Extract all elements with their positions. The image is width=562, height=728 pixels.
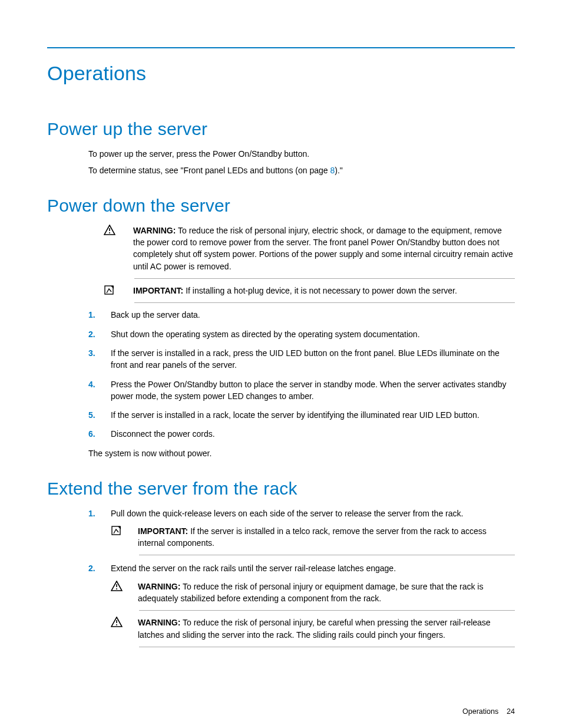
heading-power-up: Power up the server bbox=[47, 116, 515, 142]
svg-point-5 bbox=[116, 588, 117, 589]
svg-point-7 bbox=[116, 624, 117, 625]
important-label: IMPORTANT: bbox=[133, 286, 183, 295]
svg-point-1 bbox=[109, 232, 110, 233]
list-item: Press the Power On/Standby button to pla… bbox=[88, 378, 515, 403]
important-text: If installing a hot-plug device, it is n… bbox=[186, 286, 457, 295]
list-item: If the server is installed in a rack, pr… bbox=[88, 347, 515, 371]
power-down-steps: Back up the server data. Shut down the o… bbox=[47, 309, 515, 440]
step-text: Extend the server on the rack rails unti… bbox=[111, 564, 396, 573]
power-up-p2: To determine status, see "Front panel LE… bbox=[88, 164, 515, 176]
power-up-p2a: To determine status, see "Front panel LE… bbox=[88, 166, 330, 175]
warning-icon bbox=[104, 225, 117, 235]
power-up-p1: To power up the server, press the Power … bbox=[88, 148, 515, 160]
list-item: Pull down the quick-release levers on ea… bbox=[88, 508, 515, 556]
warning-label: WARNING: bbox=[133, 226, 176, 235]
extend-steps: Pull down the quick-release levers on ea… bbox=[47, 508, 515, 647]
heading-power-down: Power down the server bbox=[47, 193, 515, 219]
important-admonition: IMPORTANT: If installing a hot-plug devi… bbox=[47, 285, 515, 297]
warning-icon bbox=[111, 617, 124, 627]
footer-page: 24 bbox=[507, 707, 515, 716]
warning-icon bbox=[111, 581, 124, 591]
step-text: Shut down the operating system as direct… bbox=[111, 330, 420, 339]
page-title: Operations bbox=[47, 59, 515, 88]
svg-rect-2 bbox=[105, 286, 113, 294]
svg-rect-3 bbox=[112, 526, 120, 535]
warning-text: To reduce the risk of personal injury or… bbox=[138, 582, 483, 603]
admonition-divider bbox=[139, 555, 515, 555]
admonition-divider bbox=[139, 647, 515, 647]
list-item: Back up the server data. bbox=[88, 309, 515, 321]
note-icon bbox=[111, 525, 124, 536]
warning-label: WARNING: bbox=[138, 618, 180, 627]
list-item: Shut down the operating system as direct… bbox=[88, 328, 515, 340]
page-footer: Operations 24 bbox=[47, 706, 515, 717]
warning-label: WARNING: bbox=[138, 582, 180, 591]
warning-text: To reduce the risk of personal injury, b… bbox=[138, 618, 491, 639]
footer-label: Operations bbox=[462, 707, 498, 716]
admonition-divider bbox=[134, 302, 515, 303]
step-text: If the server is installed in a rack, pr… bbox=[111, 348, 500, 370]
warning-text: To reduce the risk of personal injury, e… bbox=[133, 226, 513, 271]
step-text: Press the Power On/Standby button to pla… bbox=[111, 380, 507, 401]
heading-extend: Extend the server from the rack bbox=[47, 476, 515, 502]
admonition-divider bbox=[139, 610, 515, 611]
step-text: Pull down the quick-release levers on ea… bbox=[111, 509, 463, 518]
step-text: Back up the server data. bbox=[111, 310, 200, 319]
important-text: If the server is installed in a telco ra… bbox=[138, 526, 487, 548]
admonition-divider bbox=[134, 278, 515, 279]
important-label: IMPORTANT: bbox=[138, 526, 188, 536]
step-text: Disconnect the power cords. bbox=[111, 429, 215, 439]
power-down-closing: The system is now without power. bbox=[88, 447, 515, 459]
section-extend: Extend the server from the rack Pull dow… bbox=[47, 476, 515, 647]
important-admonition: IMPORTANT: If the server is installed in… bbox=[111, 525, 515, 549]
warning-admonition: WARNING: To reduce the risk of personal … bbox=[111, 617, 515, 641]
power-up-p2b: )." bbox=[335, 166, 343, 175]
note-icon bbox=[104, 285, 117, 295]
list-item: If the server is installed in a rack, lo… bbox=[88, 409, 515, 421]
list-item: Disconnect the power cords. bbox=[88, 428, 515, 440]
section-power-down: Power down the server WARNING: To reduce… bbox=[47, 193, 515, 459]
section-power-up: Power up the server To power up the serv… bbox=[47, 116, 515, 176]
warning-admonition: WARNING: To reduce the risk of personal … bbox=[47, 225, 515, 272]
step-text: If the server is installed in a rack, lo… bbox=[111, 410, 480, 420]
list-item: Extend the server on the rack rails unti… bbox=[88, 562, 515, 647]
top-rule bbox=[47, 47, 515, 48]
warning-admonition: WARNING: To reduce the risk of personal … bbox=[111, 581, 515, 605]
